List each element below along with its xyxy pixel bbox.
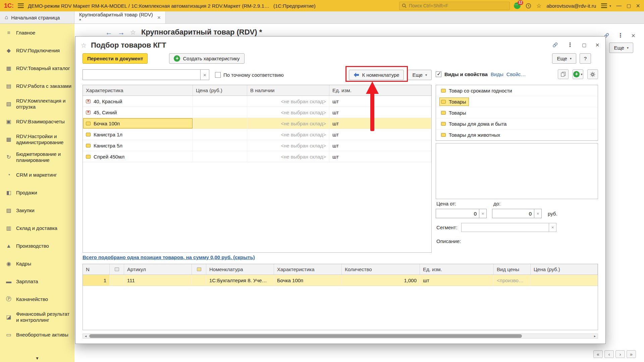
window-minimize-button[interactable]: — [616, 3, 622, 8]
dialog-more-button[interactable]: Еще▾ [552, 53, 576, 64]
forward-arrow-icon[interactable]: → [118, 29, 125, 36]
sidebar-item-rdv-vzaimoraschety[interactable]: ▣RDV:Взаиморасчеты [0, 113, 74, 130]
tab-document[interactable]: Крупногабаритный товар (RDV) * × [74, 11, 166, 23]
col-stock[interactable]: В наличии [247, 85, 329, 96]
col-unit[interactable]: Ед. изм. [329, 85, 431, 96]
tab-close-icon[interactable]: × [157, 15, 161, 20]
sidebar-item-sklad[interactable]: ▥Склад и доставка [0, 219, 74, 237]
price-to-input[interactable] [492, 209, 534, 218]
nav-prev-button[interactable]: ‹ [604, 350, 614, 358]
sidebar-item-kaznacheystvo[interactable]: ⓅКазначейство [0, 290, 74, 308]
global-search[interactable] [399, 2, 510, 10]
copy-button[interactable] [558, 69, 569, 79]
col-characteristic2[interactable]: Характеристика [274, 264, 342, 275]
col-unit2[interactable]: Ед. изм. [420, 264, 494, 275]
col-marker[interactable] [192, 264, 206, 275]
sidebar-item-prodazhi[interactable]: ◧Продажи [0, 184, 74, 201]
document-more-button[interactable]: Еще▾ [609, 43, 633, 53]
history-icon[interactable] [526, 3, 531, 9]
characteristic-search-input[interactable] [83, 69, 201, 80]
price-from-clear-icon[interactable]: × [479, 209, 487, 218]
sidebar-item-rdv-podklyucheniya[interactable]: ◆RDV:Подключения [0, 42, 74, 59]
help-button[interactable]: ? [580, 53, 591, 64]
window-maximize-button[interactable]: ▢ [627, 3, 631, 8]
favorites-star-icon[interactable]: ☆ [536, 3, 541, 9]
kind-row[interactable]: Товар со сроками годности [436, 85, 598, 96]
characteristic-row[interactable]: Спрей 450мл <не выбран склад> шт [83, 151, 431, 162]
col-quantity[interactable]: Количество [342, 264, 420, 275]
to-nomenclature-button[interactable]: К номенклатуре [349, 70, 404, 80]
dialog-more-icon[interactable]: ⋮ [567, 41, 573, 48]
characteristic-row[interactable]: Канистра 5л <не выбран склад> шт [83, 140, 431, 151]
sidebar-item-proizvodstvo[interactable]: ▲Производство [0, 237, 74, 255]
selected-item-row[interactable]: 1 111 1С:Бухгалтерия 8. Уче… Бочка 100п … [83, 275, 598, 286]
selection-summary-link[interactable]: Всего подобрано одна позиция товаров, на… [83, 254, 255, 260]
sidebar-item-rdv-zakazy[interactable]: ▤RDV:Работа с заказами [0, 77, 74, 95]
kinds-settings-button[interactable] [587, 69, 598, 79]
characteristic-row[interactable]: 40, Красный <не выбран склад> шт [83, 96, 431, 107]
tab-home[interactable]: ⌂ Начальная страница [0, 11, 74, 23]
clear-search-icon[interactable]: × [201, 69, 209, 80]
dialog-star-icon[interactable]: ☆ [81, 42, 87, 49]
characteristic-row[interactable]: 45, Синий <не выбран склад> шт [83, 107, 431, 118]
kind-row[interactable]: Товары для животных [436, 129, 598, 140]
table-more-button[interactable]: Еще▾ [408, 70, 432, 80]
service-menu-icon[interactable] [601, 2, 607, 9]
add-kind-button[interactable]: ▾ [573, 69, 583, 79]
col-price-type[interactable]: Вид цены [494, 264, 531, 275]
col-characteristic[interactable]: Характеристика [83, 85, 193, 96]
scroll-left-icon[interactable]: ◂ [83, 334, 89, 338]
sidebar-item-vneoborotnye[interactable]: ▭Внеоборотные активы [0, 326, 74, 344]
favorite-star-icon[interactable]: ☆ [130, 28, 136, 36]
nav-last-button[interactable]: » [627, 350, 636, 358]
sidebar-item-glavnoe[interactable]: ≡Главное [0, 24, 74, 42]
characteristic-row-selected[interactable]: Бочка 100п <не выбран склад> шт [83, 118, 431, 129]
document-close-icon[interactable]: × [631, 32, 635, 39]
more-actions-icon[interactable]: ⋮ [618, 32, 623, 39]
price-to-clear-icon[interactable]: × [534, 209, 542, 218]
global-search-input[interactable] [409, 3, 507, 8]
scrollbar-thumb[interactable] [89, 334, 522, 338]
sidebar-item-byudzhetirovanie[interactable]: ↻Бюджетирование и планирование [0, 148, 74, 166]
sidebar-item-crm[interactable]: ◔CRM и маркетинг [0, 166, 74, 184]
main-menu-icon[interactable] [18, 2, 24, 9]
sidebar-scroll-down-icon[interactable]: ▼ [0, 356, 74, 361]
horizontal-scrollbar[interactable]: ◂ ▸ [83, 334, 598, 339]
scroll-right-icon[interactable]: ▸ [592, 334, 598, 338]
sidebar-item-rdv-komplektatsiya[interactable]: ▧RDV:Комплектация и отгрузка [0, 95, 74, 113]
dialog-maximize-icon[interactable]: ▢ [582, 43, 586, 47]
kinds-link[interactable]: Виды [491, 71, 503, 77]
dialog-link-icon[interactable] [552, 42, 558, 48]
transfer-to-document-button[interactable]: Перенести в документ [83, 53, 148, 64]
dialog-close-icon[interactable]: × [595, 42, 599, 48]
sidebar-item-rdv-nastroyki[interactable]: ▩RDV:Настройки и администрирование [0, 130, 74, 148]
back-arrow-icon[interactable]: ← [105, 29, 112, 36]
create-characteristic-button[interactable]: Создать характеристику [169, 53, 244, 64]
exact-match-checkbox[interactable] [215, 72, 221, 78]
sidebar-item-finrezultat[interactable]: ◪Финансовый результат и контроллинг [0, 308, 74, 326]
characteristic-row[interactable]: Канистра 1л <не выбран склад> шт [83, 129, 431, 140]
sidebar-item-zakupki[interactable]: ▨Закупки [0, 201, 74, 219]
nav-first-button[interactable]: « [593, 350, 603, 358]
user-email[interactable]: aborovtsova@rdv-it.ru [546, 3, 596, 9]
segment-input[interactable] [461, 223, 549, 232]
discussions-icon[interactable]: 12 [514, 2, 521, 9]
nav-next-button[interactable]: › [615, 350, 625, 358]
kind-row[interactable]: Товары [436, 107, 598, 118]
price-from-input[interactable] [436, 209, 479, 218]
col-article[interactable]: Артикул [124, 264, 192, 275]
properties-link[interactable]: Свойс… [506, 71, 526, 77]
kind-row-selected[interactable]: Товары [436, 96, 598, 107]
sidebar-item-kadry[interactable]: ◉Кадры [0, 255, 74, 273]
col-n[interactable]: N [83, 264, 110, 275]
col-nomenclature[interactable]: Номенклатура [206, 264, 274, 275]
sidebar-item-rdv-tovarny-katalog[interactable]: ▦RDV:Товарный каталог [0, 59, 74, 77]
segment-clear-icon[interactable]: × [549, 223, 556, 232]
window-close-button[interactable]: × [636, 2, 640, 9]
col-price2[interactable]: Цена (руб.) [531, 264, 598, 275]
col-price[interactable]: Цена (руб.) [193, 85, 247, 96]
sidebar-item-zarplata[interactable]: ▬Зарплата [0, 273, 74, 290]
col-lock[interactable] [110, 264, 124, 275]
kind-row[interactable]: Товары для дома и быта [436, 118, 598, 129]
kinds-filter-checkbox[interactable] [436, 71, 441, 77]
